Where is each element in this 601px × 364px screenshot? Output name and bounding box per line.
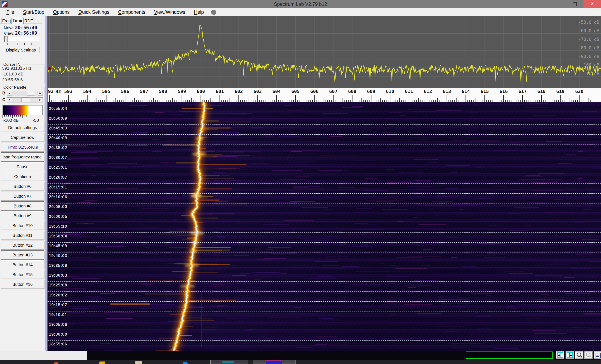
taskbar-icon[interactable] [99, 362, 105, 364]
menu-bar: FileStart/StopOptionsQuick SettingsCompo… [0, 8, 601, 16]
brightness-scrollbar[interactable]: ◄ ► [7, 91, 43, 96]
menu-item-options[interactable]: Options [49, 10, 74, 15]
palette-max-label: -50 [32, 118, 39, 123]
cursor-group: Cursor [N] 591.911316 Hz -101.60 dB 20:5… [1, 64, 44, 84]
spectrum-plot[interactable]: -50.0 dB-60.0 dB-70.0 dB-80.0 dB-90.0 dB… [48, 16, 601, 88]
taskbar-icon[interactable] [135, 361, 142, 364]
waterfall-time-row: 20:30:07 [48, 154, 601, 154]
waterfall-timestamp: 19:30:03 [49, 273, 67, 278]
display-settings-button[interactable]: Display Settings [2, 47, 40, 53]
menu-item-help[interactable]: Help [190, 10, 208, 15]
sidebar-button-button-11[interactable]: Button #11 [1, 231, 44, 240]
palette-ruler [2, 115, 42, 118]
waterfall-timestamp: 19:55:10 [49, 224, 67, 229]
freq-tick-label: 614 [461, 89, 470, 94]
color-palette-group: Color Palette B ◄ ► C ◄ ► -100 dB [1, 87, 44, 124]
waterfall-time-row: 19:10:01 [48, 311, 601, 311]
restore-button[interactable] [566, 0, 583, 8]
freq-tick-label: 617 [518, 89, 527, 94]
zoom-in-button[interactable]: + [575, 351, 583, 359]
scroll-left-button[interactable]: ◀▏ [556, 351, 564, 359]
db-axis-label: -60.0 dB [578, 28, 599, 33]
taskbar-icon[interactable] [183, 362, 188, 364]
waterfall-timestamp: 19:35:09 [49, 263, 67, 268]
freq-tick-label: 613 [443, 89, 451, 94]
waterfall-time-row: 20:20:07 [48, 174, 601, 174]
title-bar[interactable]: Spectrum Lab V2.79 b12 – ✕ [0, 0, 601, 8]
waterfall-timestamp: 19:40:03 [49, 253, 67, 258]
window-bottom-panel [0, 351, 87, 360]
contrast-thumb[interactable] [21, 97, 30, 102]
spectrum-trace [48, 25, 601, 83]
contrast-scrollbar[interactable]: ◄ ► [7, 97, 43, 103]
menu-item-components[interactable]: Components [114, 10, 150, 15]
menu-item-start-stop[interactable]: Start/Stop [19, 10, 49, 15]
sidebar-button-button-10[interactable]: Button #10 [1, 221, 44, 230]
sidebar-button-button-16[interactable]: Button #16 [1, 280, 44, 289]
waterfall-time-row: 19:35:09 [48, 262, 601, 262]
time-slider-thumb[interactable] [4, 36, 8, 42]
waterfall-timestamp: 20:10:06 [49, 194, 67, 199]
waterfall-time-row: 18:55:06 [48, 340, 601, 341]
waterfall-display[interactable]: 20:55:0420:50:0920:45:0320:40:0920:35:02… [48, 102, 601, 351]
control-panel: Freq Time RDF Now: 20:56:40 View: 20:56:… [0, 16, 45, 351]
waterfall-time-row: 20:55:04 [48, 105, 601, 105]
waterfall-time-row: 20:10:06 [48, 193, 601, 194]
sidebar-button-time-01-56-40-9[interactable]: Time: 01:56:40.9 [1, 143, 44, 152]
freq-tick-label: 595 [102, 89, 110, 94]
freq-tick-label: 597 [140, 89, 148, 94]
cursor-marker [48, 67, 51, 70]
minimize-button[interactable]: – [548, 0, 566, 8]
freq-unit-label: Hz [56, 89, 61, 94]
waterfall-time-row: 20:40:09 [48, 134, 601, 135]
sidebar-button-button-12[interactable]: Button #12 [1, 240, 44, 250]
db-axis-label: -70.0 dB [578, 37, 599, 42]
freq-tick-label: 607 [329, 89, 337, 94]
waterfall-gridline [48, 103, 601, 103]
db-axis-label: -80.0 dB [578, 46, 599, 50]
sidebar-button-button-13[interactable]: Button #13 [1, 250, 44, 259]
taskbar-icon[interactable] [54, 362, 59, 364]
taskbar-window-button[interactable] [253, 360, 295, 364]
sidebar-button-button-14[interactable]: Button #14 [1, 260, 44, 269]
freq-tick-label: 604 [272, 89, 281, 94]
freq-tick-label: 596 [121, 89, 129, 94]
sidebar-button-button-9[interactable]: Button #9 [1, 211, 44, 220]
waterfall-time-row: 19:55:10 [48, 223, 601, 223]
waterfall-timestamp: 20:30:07 [49, 155, 67, 160]
scroll-right-button[interactable]: ▕▶ [566, 351, 574, 359]
waterfall-timestamp: 20:15:01 [49, 185, 67, 190]
windows-taskbar[interactable] [0, 360, 601, 364]
sidebar-button-bad-frequency-range[interactable]: bad frequency range [1, 152, 44, 162]
freq-tick-label: 605 [291, 89, 300, 94]
menu-item-file[interactable]: File [2, 10, 19, 15]
zoom-out-button[interactable]: – [584, 351, 593, 359]
freq-tick-label: 616 [499, 89, 508, 94]
freq-tick-label: 606 [310, 89, 319, 94]
sidebar-button-button-15[interactable]: Button #15 [1, 270, 44, 279]
waterfall-time-row: 19:50:04 [48, 232, 601, 233]
waterfall-timestamp: 20:45:03 [49, 126, 67, 131]
sidebar-button-capture-now[interactable]: Capture now [1, 133, 44, 142]
tab-rdf[interactable]: RDF [23, 18, 34, 24]
brightness-thumb[interactable] [27, 91, 35, 96]
time-scroll-slider[interactable] [3, 37, 39, 41]
display-options-button[interactable] [594, 351, 601, 359]
taskbar-window-button[interactable] [210, 360, 248, 364]
freq-tick-label: 601 [216, 89, 224, 94]
sidebar-button-pause[interactable]: Pause [1, 162, 44, 171]
cursor-time: 20:55:58.6 [2, 77, 23, 82]
close-button[interactable]: ✕ [583, 0, 601, 8]
sidebar-button-button-8[interactable]: Button #8 [1, 201, 44, 211]
waterfall-time-row: 19:20:02 [48, 291, 601, 292]
menu-item-quick-settings[interactable]: Quick Settings [74, 10, 114, 15]
menu-item-view-windows[interactable]: View/Windows [150, 10, 190, 15]
tab-freq[interactable]: Freq [1, 18, 12, 24]
sidebar-button-button-7[interactable]: Button #7 [1, 192, 44, 201]
now-label: Now: [4, 25, 14, 30]
scroll-right-icon: ▕▶ [567, 352, 573, 358]
sidebar-button-button-6[interactable]: Button #6 [1, 182, 44, 191]
tab-time[interactable]: Time [12, 17, 23, 24]
sidebar-button-continue[interactable]: Continue [1, 172, 44, 181]
sidebar-button-default-settings[interactable]: Default settings [1, 123, 44, 132]
